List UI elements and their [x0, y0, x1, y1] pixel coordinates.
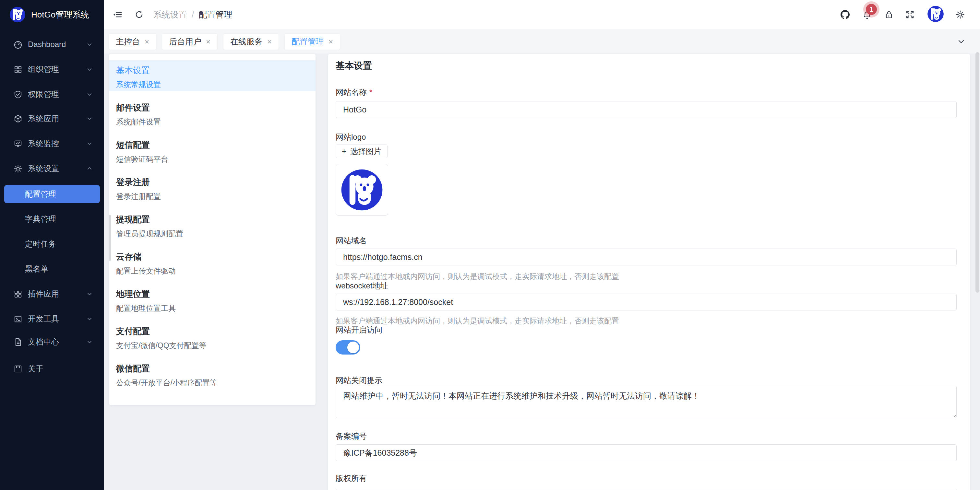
content-area: 基本设置 系统常规设置 邮件设置 系统邮件设置 短信配置 短信验证码平台 登录注… — [104, 54, 980, 490]
header: 系统设置 / 配置管理 1 — [104, 0, 980, 29]
document-icon — [14, 338, 22, 346]
chevron-down-icon — [86, 91, 93, 98]
terminal-icon — [14, 315, 22, 323]
menu-item-wechat-settings[interactable]: 微信配置 公众号/开放平台/小程序配置等 — [109, 358, 315, 389]
sidebar-item-config-management[interactable]: 配置管理 — [4, 185, 100, 203]
menu-item-sms-settings[interactable]: 短信配置 短信验证码平台 — [109, 135, 315, 166]
sidebar-item-dashboard[interactable]: Dashboard — [4, 35, 100, 54]
chevron-down-icon — [86, 316, 93, 322]
menu-item-payment-settings[interactable]: 支付配置 支付宝/微信/QQ支付配置等 — [109, 321, 315, 352]
sidebar-item-system-settings[interactable]: 系统设置 — [4, 159, 100, 178]
site-access-toggle[interactable] — [336, 340, 360, 355]
close-icon[interactable]: × — [206, 38, 210, 46]
websocket-label: websocket地址 — [336, 281, 388, 291]
close-icon[interactable]: × — [145, 38, 149, 46]
shield-check-icon — [14, 90, 22, 99]
close-icon[interactable]: × — [267, 38, 272, 46]
site-access-label: 网站开启访问 — [336, 325, 382, 335]
icp-label: 备案编号 — [336, 431, 367, 441]
breadcrumb-separator: / — [192, 10, 194, 20]
chevron-down-icon — [86, 339, 93, 345]
chevron-down-icon[interactable] — [957, 38, 965, 45]
tab-config-management[interactable]: 配置管理 × — [285, 33, 340, 50]
breadcrumb-current[interactable]: 配置管理 — [199, 9, 232, 21]
site-domain-input[interactable] — [336, 249, 957, 265]
menu-scrollbar-thumb[interactable] — [109, 215, 111, 261]
menu-item-mail-settings[interactable]: 邮件设置 系统邮件设置 — [109, 98, 315, 128]
site-name-label: 网站名称* — [336, 87, 372, 98]
dashboard-icon — [14, 40, 22, 49]
page-scrollbar[interactable] — [975, 52, 979, 293]
fullscreen-icon[interactable] — [905, 10, 915, 19]
chevron-down-icon — [86, 41, 93, 48]
closed-tip-label: 网站关闭提示 — [336, 375, 382, 385]
notification-badge: 1 — [866, 4, 877, 15]
chevron-up-icon — [86, 165, 93, 172]
toggle-knob — [347, 342, 359, 353]
sidebar-item-about[interactable]: 关于 — [4, 360, 100, 378]
websocket-input[interactable] — [336, 293, 957, 311]
monitor-chart-icon — [14, 140, 22, 148]
sidebar: HotGo管理系统 Dashboard 组织管理 权限管理 系统应用 系统监控 … — [0, 0, 104, 490]
menu-fold-icon[interactable] — [113, 10, 122, 19]
breadcrumb: 系统设置 / 配置管理 — [153, 0, 232, 29]
grid-icon — [14, 65, 22, 74]
closed-tip-textarea[interactable]: 网站维护中，暂时无法访问！本网站正在进行系统维护和技术升级，网站暂时无法访问，敬… — [336, 385, 957, 418]
app-title: HotGo管理系统 — [31, 9, 89, 21]
chevron-down-icon — [86, 140, 93, 147]
copyright-label: 版权所有 — [336, 473, 367, 484]
close-icon[interactable]: × — [328, 38, 333, 46]
sidebar-item-organization[interactable]: 组织管理 — [4, 60, 100, 78]
about-icon — [14, 365, 22, 373]
app-logo-row[interactable]: HotGo管理系统 — [0, 0, 104, 29]
copyright-input[interactable] — [336, 489, 957, 490]
gear-icon — [14, 164, 22, 173]
site-name-input[interactable] — [336, 101, 957, 118]
chevron-down-icon — [86, 66, 93, 73]
plus-icon: + — [342, 147, 346, 156]
form-title: 基本设置 — [336, 60, 372, 72]
chevron-down-icon — [86, 291, 93, 297]
icp-input[interactable] — [336, 444, 957, 461]
menu-item-basic-settings[interactable]: 基本设置 系统常规设置 — [109, 60, 315, 91]
required-asterisk: * — [369, 88, 372, 97]
site-logo-thumbnail[interactable] — [336, 164, 388, 216]
site-logo-label: 网站logo — [336, 132, 366, 142]
sidebar-item-dictionary[interactable]: 字典管理 — [4, 210, 100, 228]
sidebar-item-docs[interactable]: 文档中心 — [4, 333, 100, 351]
menu-item-withdraw-settings[interactable]: 提现配置 管理员提现规则配置 — [109, 209, 315, 240]
sidebar-item-blacklist[interactable]: 黑名单 — [4, 260, 100, 278]
menu-item-login-register[interactable]: 登录注册 登录注册配置 — [109, 172, 315, 203]
menu-item-cloud-storage[interactable]: 云存储 配置上传文件驱动 — [109, 247, 315, 278]
site-domain-help: 如果客户端通过本地或内网访问，则认为是调试模式，走实际请求地址，否则走该配置 — [336, 271, 619, 282]
sidebar-item-cron-tasks[interactable]: 定时任务 — [4, 235, 100, 253]
app-logo-icon — [10, 7, 25, 22]
basic-settings-form: 基本设置 网站名称* 网站logo + 选择图片 网站域名 如果客户端通过本地或… — [328, 54, 970, 490]
menu-item-geolocation[interactable]: 地理位置 配置地理位置工具 — [109, 284, 315, 315]
lock-icon[interactable] — [885, 10, 893, 19]
cube-icon — [14, 114, 22, 123]
tab-strip: 主控台 × 后台用户 × 在线服务 × 配置管理 × — [104, 29, 980, 54]
pick-image-button[interactable]: + 选择图片 — [336, 144, 388, 158]
tab-online-service[interactable]: 在线服务 × — [223, 33, 279, 50]
settings-menu-panel: 基本设置 系统常规设置 邮件设置 系统邮件设置 短信配置 短信验证码平台 登录注… — [109, 54, 315, 405]
sidebar-item-plugins[interactable]: 插件应用 — [4, 285, 100, 303]
tab-dashboard[interactable]: 主控台 × — [109, 33, 156, 50]
github-icon[interactable] — [840, 10, 850, 19]
tab-admin-users[interactable]: 后台用户 × — [162, 33, 218, 50]
breadcrumb-parent[interactable]: 系统设置 — [153, 9, 187, 21]
sidebar-item-system-apps[interactable]: 系统应用 — [4, 109, 100, 128]
site-domain-label: 网站域名 — [336, 236, 367, 246]
grid-icon — [14, 290, 22, 298]
sidebar-item-dev-tools[interactable]: 开发工具 — [4, 310, 100, 328]
user-avatar[interactable] — [928, 6, 944, 22]
sidebar-item-monitoring[interactable]: 系统监控 — [4, 135, 100, 153]
chevron-down-icon — [86, 115, 93, 122]
refresh-icon[interactable] — [135, 10, 144, 19]
sidebar-item-permissions[interactable]: 权限管理 — [4, 85, 100, 103]
settings-gear-icon[interactable] — [956, 10, 965, 19]
